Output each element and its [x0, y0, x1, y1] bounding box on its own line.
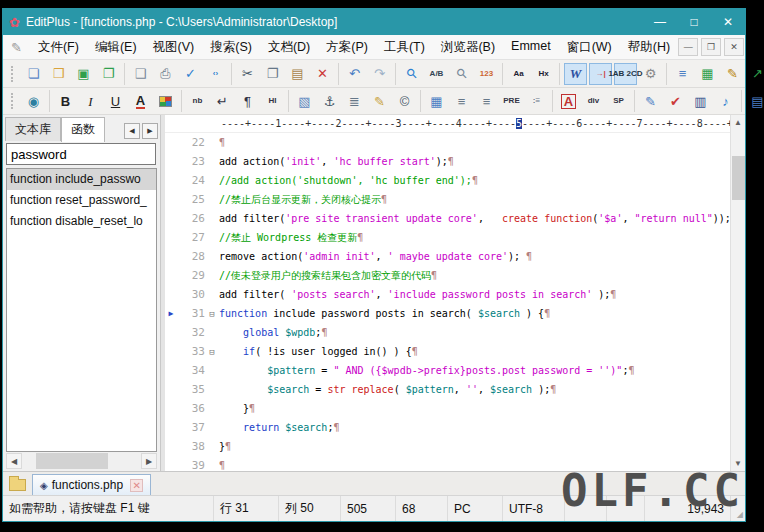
- html-toolbar-icon[interactable]: ▦: [696, 63, 719, 85]
- tab-close-icon[interactable]: ✕: [130, 479, 143, 492]
- tab-functions[interactable]: 函数: [61, 117, 105, 142]
- code-line[interactable]: 23add_action('init', 'hc_buffer_start');…: [165, 152, 730, 171]
- span-icon[interactable]: SP: [607, 90, 630, 112]
- movie-icon[interactable]: ▥: [689, 90, 712, 112]
- maximize-button[interactable]: □: [677, 9, 711, 35]
- sidebar-hscrollbar[interactable]: ◀ ▶: [6, 453, 157, 469]
- script-icon[interactable]: ✎: [721, 63, 744, 85]
- align-center-icon[interactable]: ≡: [475, 90, 498, 112]
- edit-note-icon[interactable]: ✎: [368, 90, 391, 112]
- resize-grip[interactable]: ◢: [731, 496, 745, 521]
- function-list-item[interactable]: function disable_reset_lo: [7, 211, 156, 232]
- print-icon[interactable]: ⎙: [154, 63, 177, 85]
- browser-globe-icon[interactable]: ◉: [22, 90, 45, 112]
- sound-icon[interactable]: ♪: [714, 90, 737, 112]
- file-list-icon[interactable]: ≡: [671, 63, 694, 85]
- tab-scroll-right-icon[interactable]: ▶: [142, 123, 158, 139]
- vscroll-up-icon[interactable]: ▲: [731, 115, 745, 130]
- menu-item[interactable]: 视图(V): [145, 35, 203, 60]
- code-line[interactable]: 34 $pattern = " AND ({$wpdb->prefix}post…: [165, 361, 730, 380]
- hscroll-right-icon[interactable]: ▶: [141, 453, 157, 469]
- view-in-browser-icon[interactable]: ↗: [746, 63, 764, 85]
- code-line[interactable]: 37 return $search;¶: [165, 418, 730, 437]
- code-line[interactable]: 36 }¶: [165, 399, 730, 418]
- undo-icon[interactable]: ↶: [343, 63, 366, 85]
- new-file-icon[interactable]: ❏: [22, 63, 45, 85]
- code-line[interactable]: ▶31⊟function include_password_posts_in_s…: [165, 304, 730, 323]
- code-line[interactable]: 35 $search = str_replace( $pattern, '', …: [165, 380, 730, 399]
- save-icon[interactable]: ▣: [72, 63, 95, 85]
- hscroll-left-icon[interactable]: ◀: [6, 453, 22, 469]
- nbsp-icon[interactable]: nb: [186, 90, 209, 112]
- find-icon[interactable]: ⚲: [400, 63, 423, 85]
- code-line[interactable]: 25//禁止后台显示更新，关闭核心提示¶: [165, 190, 730, 209]
- menu-item[interactable]: 窗口(W): [559, 35, 620, 60]
- pre-icon[interactable]: PRE: [500, 90, 523, 112]
- code-line[interactable]: 28remove_action('admin_init', '_maybe_up…: [165, 247, 730, 266]
- code-line[interactable]: 33⊟ if( !is_user_logged_in() ) {¶: [165, 342, 730, 361]
- line-break-icon[interactable]: ↵: [211, 90, 234, 112]
- menu-item[interactable]: 工具(T): [376, 35, 433, 60]
- menu-item[interactable]: 编辑(E): [87, 35, 145, 60]
- redo-icon[interactable]: ↷: [368, 63, 391, 85]
- code-line[interactable]: 22¶: [165, 133, 730, 152]
- table-icon[interactable]: ▦: [425, 90, 448, 112]
- code-text[interactable]: 22¶23add_action('init', 'hc_buffer_start…: [165, 133, 730, 471]
- hex-viewer-icon[interactable]: Hx: [532, 63, 555, 85]
- menu-item[interactable]: 文档(D): [260, 35, 318, 60]
- fold-toggle-icon[interactable]: ⊟: [205, 309, 219, 319]
- font-color-icon[interactable]: A: [129, 90, 152, 112]
- function-list-item[interactable]: function include_passwo: [7, 169, 156, 190]
- number-list-icon[interactable]: 123: [475, 63, 498, 85]
- code-line[interactable]: 30add_filter( 'posts_search', 'include_p…: [165, 285, 730, 304]
- spell-check-icon[interactable]: ✓: [179, 63, 202, 85]
- copy-icon[interactable]: ❐: [261, 63, 284, 85]
- code-line[interactable]: 24//add_action('shutdown', 'hc_buffer_en…: [165, 171, 730, 190]
- delete-icon[interactable]: ✕: [311, 63, 334, 85]
- cut-icon[interactable]: ✂: [236, 63, 259, 85]
- div-icon[interactable]: div: [582, 90, 605, 112]
- document-tab-functions-php[interactable]: ◈ functions.php ✕: [32, 474, 151, 495]
- anchor-icon[interactable]: ⚓: [318, 90, 341, 112]
- pilcrow-icon[interactable]: ¶: [236, 90, 259, 112]
- mdi-restore-button[interactable]: ❐: [701, 38, 721, 56]
- hscroll-thumb[interactable]: [36, 453, 108, 469]
- code-line[interactable]: 26add_filter('pre_site_transient_update_…: [165, 209, 730, 228]
- menu-item[interactable]: 文件(F): [30, 35, 87, 60]
- align-left-icon[interactable]: ≡: [450, 90, 473, 112]
- font-tag-icon[interactable]: A: [557, 90, 580, 112]
- font-icon[interactable]: Aa: [507, 63, 530, 85]
- copyright-icon[interactable]: ©: [393, 90, 416, 112]
- folder-icon[interactable]: [9, 479, 26, 491]
- paste-icon[interactable]: ▤: [286, 63, 309, 85]
- hr-icon[interactable]: ≣: [343, 90, 366, 112]
- code-line[interactable]: 32 global $wpdb;¶: [165, 323, 730, 342]
- save-all-icon[interactable]: ❐: [97, 63, 120, 85]
- menu-item[interactable]: 帮助(H): [620, 35, 678, 60]
- preferences-icon[interactable]: ⚙: [639, 63, 662, 85]
- vscroll-thumb[interactable]: [732, 156, 745, 200]
- minimize-button[interactable]: —: [643, 9, 677, 35]
- italic-icon[interactable]: I: [79, 90, 102, 112]
- close-button[interactable]: ✕: [711, 9, 745, 35]
- editor-vscrollbar[interactable]: ▲ ▼: [730, 115, 745, 471]
- checkmark-icon[interactable]: ✔: [664, 90, 687, 112]
- menu-item[interactable]: 浏览器(B): [433, 35, 503, 60]
- code-line[interactable]: 39¶: [165, 456, 730, 471]
- color-palette-icon[interactable]: [154, 90, 177, 112]
- bold-icon[interactable]: B: [54, 90, 77, 112]
- textarea-icon[interactable]: ✎: [639, 90, 662, 112]
- list-icon[interactable]: :≡: [525, 90, 548, 112]
- code-icon[interactable]: ‹›: [204, 63, 227, 85]
- open-icon[interactable]: ❒: [47, 63, 70, 85]
- menu-item[interactable]: 搜索(S): [202, 35, 260, 60]
- code-line[interactable]: 27//禁止 Wordpress 检查更新¶: [165, 228, 730, 247]
- replace-icon[interactable]: A/B: [425, 63, 448, 85]
- mdi-minimize-button[interactable]: —: [678, 38, 698, 56]
- code-line[interactable]: 29//使未登录用户的搜索结果包含加密文章的代码¶: [165, 266, 730, 285]
- tab-scroll-left-icon[interactable]: ◀: [124, 123, 140, 139]
- word-wrap-icon[interactable]: W: [564, 63, 587, 85]
- image-icon[interactable]: ▧: [293, 90, 316, 112]
- select-box-icon[interactable]: ▤: [746, 90, 764, 112]
- find-in-files-icon[interactable]: ⚲: [450, 63, 473, 85]
